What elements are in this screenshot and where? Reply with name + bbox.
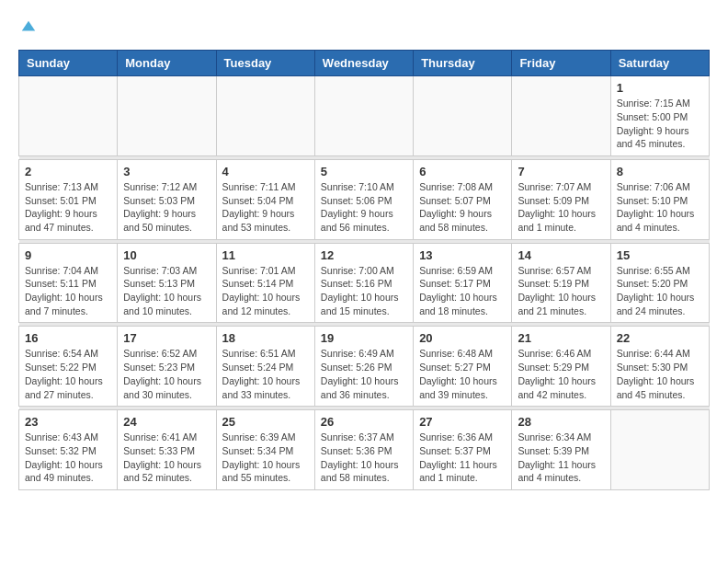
calendar-day-cell [414, 76, 512, 156]
calendar-day-cell: 26Sunrise: 6:37 AM Sunset: 5:36 PM Dayli… [314, 410, 413, 490]
calendar-week-row: 9Sunrise: 7:04 AM Sunset: 5:11 PM Daylig… [19, 243, 710, 323]
calendar-day-header: Monday [118, 51, 216, 76]
day-number: 21 [518, 331, 604, 345]
day-number: 18 [222, 331, 309, 345]
day-info: Sunrise: 7:01 AM Sunset: 5:14 PM Dayligh… [222, 264, 309, 318]
day-number: 9 [25, 248, 111, 262]
day-number: 16 [25, 331, 111, 345]
day-info: Sunrise: 7:11 AM Sunset: 5:04 PM Dayligh… [222, 180, 309, 235]
day-info: Sunrise: 7:04 AM Sunset: 5:11 PM Dayligh… [25, 264, 111, 318]
day-number: 22 [617, 331, 703, 345]
calendar-day-cell: 3Sunrise: 7:12 AM Sunset: 5:03 PM Daylig… [118, 159, 216, 239]
logo [18, 18, 37, 40]
calendar-day-cell: 16Sunrise: 6:54 AM Sunset: 5:22 PM Dayli… [19, 327, 118, 407]
day-number: 2 [25, 165, 111, 178]
calendar-day-header: Sunday [19, 51, 118, 76]
day-number: 19 [321, 331, 407, 345]
calendar-day-header: Saturday [610, 51, 709, 76]
day-info: Sunrise: 6:54 AM Sunset: 5:22 PM Dayligh… [25, 347, 111, 401]
calendar-day-cell: 25Sunrise: 6:39 AM Sunset: 5:34 PM Dayli… [216, 410, 314, 490]
calendar-day-cell [118, 76, 216, 156]
day-info: Sunrise: 6:43 AM Sunset: 5:32 PM Dayligh… [25, 431, 111, 485]
day-number: 10 [123, 248, 210, 262]
day-info: Sunrise: 6:51 AM Sunset: 5:24 PM Dayligh… [222, 347, 309, 401]
calendar-day-cell: 6Sunrise: 7:08 AM Sunset: 5:07 PM Daylig… [414, 159, 512, 239]
day-number: 27 [419, 415, 506, 429]
day-number: 4 [222, 165, 309, 178]
calendar-day-cell: 28Sunrise: 6:34 AM Sunset: 5:39 PM Dayli… [512, 410, 610, 490]
day-number: 25 [222, 415, 309, 429]
day-number: 12 [321, 248, 407, 262]
calendar-day-cell: 10Sunrise: 7:03 AM Sunset: 5:13 PM Dayli… [118, 243, 216, 323]
day-info: Sunrise: 6:55 AM Sunset: 5:20 PM Dayligh… [617, 264, 703, 318]
calendar-day-cell: 24Sunrise: 6:41 AM Sunset: 5:33 PM Dayli… [118, 410, 216, 490]
calendar-day-cell: 1Sunrise: 7:15 AM Sunset: 5:00 PM Daylig… [610, 76, 709, 156]
calendar-header-row: SundayMondayTuesdayWednesdayThursdayFrid… [19, 51, 710, 76]
day-info: Sunrise: 6:34 AM Sunset: 5:39 PM Dayligh… [518, 431, 604, 485]
calendar-day-cell [216, 76, 314, 156]
day-number: 17 [123, 331, 210, 345]
calendar-day-cell: 27Sunrise: 6:36 AM Sunset: 5:37 PM Dayli… [414, 410, 512, 490]
day-info: Sunrise: 7:13 AM Sunset: 5:01 PM Dayligh… [25, 180, 111, 235]
calendar-day-cell: 7Sunrise: 7:07 AM Sunset: 5:09 PM Daylig… [512, 159, 610, 239]
day-number: 26 [321, 415, 407, 429]
calendar-day-cell [19, 76, 118, 156]
day-number: 6 [419, 165, 506, 178]
calendar-week-row: 23Sunrise: 6:43 AM Sunset: 5:32 PM Dayli… [19, 410, 710, 490]
day-number: 7 [518, 165, 604, 178]
calendar-day-cell: 17Sunrise: 6:52 AM Sunset: 5:23 PM Dayli… [118, 327, 216, 407]
logo-icon [20, 19, 37, 36]
calendar-day-cell: 15Sunrise: 6:55 AM Sunset: 5:20 PM Dayli… [610, 243, 709, 323]
day-info: Sunrise: 6:39 AM Sunset: 5:34 PM Dayligh… [222, 431, 309, 485]
day-info: Sunrise: 6:37 AM Sunset: 5:36 PM Dayligh… [321, 431, 407, 485]
day-info: Sunrise: 6:48 AM Sunset: 5:27 PM Dayligh… [419, 347, 506, 401]
day-info: Sunrise: 7:06 AM Sunset: 5:10 PM Dayligh… [617, 180, 703, 235]
calendar-table: SundayMondayTuesdayWednesdayThursdayFrid… [18, 50, 710, 490]
calendar-day-cell: 5Sunrise: 7:10 AM Sunset: 5:06 PM Daylig… [314, 159, 413, 239]
calendar-day-cell: 11Sunrise: 7:01 AM Sunset: 5:14 PM Dayli… [216, 243, 314, 323]
calendar-day-cell: 13Sunrise: 6:59 AM Sunset: 5:17 PM Dayli… [414, 243, 512, 323]
calendar-day-cell [610, 410, 709, 490]
calendar-day-cell: 8Sunrise: 7:06 AM Sunset: 5:10 PM Daylig… [610, 159, 709, 239]
day-info: Sunrise: 6:57 AM Sunset: 5:19 PM Dayligh… [518, 264, 604, 318]
day-info: Sunrise: 7:15 AM Sunset: 5:00 PM Dayligh… [617, 97, 703, 151]
calendar-day-cell: 21Sunrise: 6:46 AM Sunset: 5:29 PM Dayli… [512, 327, 610, 407]
day-info: Sunrise: 7:12 AM Sunset: 5:03 PM Dayligh… [123, 180, 210, 235]
calendar-week-row: 2Sunrise: 7:13 AM Sunset: 5:01 PM Daylig… [19, 159, 710, 239]
calendar-day-cell [314, 76, 413, 156]
calendar-day-header: Friday [512, 51, 610, 76]
day-info: Sunrise: 6:36 AM Sunset: 5:37 PM Dayligh… [419, 431, 506, 485]
day-number: 23 [25, 415, 111, 429]
calendar-day-cell [512, 76, 610, 156]
day-info: Sunrise: 7:07 AM Sunset: 5:09 PM Dayligh… [518, 180, 604, 235]
day-info: Sunrise: 7:10 AM Sunset: 5:06 PM Dayligh… [321, 180, 407, 235]
page-header [18, 18, 710, 40]
day-info: Sunrise: 6:44 AM Sunset: 5:30 PM Dayligh… [617, 347, 703, 401]
day-number: 20 [419, 331, 506, 345]
day-info: Sunrise: 6:46 AM Sunset: 5:29 PM Dayligh… [518, 347, 604, 401]
calendar-day-cell: 20Sunrise: 6:48 AM Sunset: 5:27 PM Dayli… [414, 327, 512, 407]
day-info: Sunrise: 7:08 AM Sunset: 5:07 PM Dayligh… [419, 180, 506, 235]
day-number: 28 [518, 415, 604, 429]
day-info: Sunrise: 6:59 AM Sunset: 5:17 PM Dayligh… [419, 264, 506, 318]
calendar-week-row: 1Sunrise: 7:15 AM Sunset: 5:00 PM Daylig… [19, 76, 710, 156]
calendar-day-cell: 18Sunrise: 6:51 AM Sunset: 5:24 PM Dayli… [216, 327, 314, 407]
calendar-day-header: Wednesday [314, 51, 413, 76]
day-info: Sunrise: 6:49 AM Sunset: 5:26 PM Dayligh… [321, 347, 407, 401]
day-number: 1 [617, 81, 703, 95]
day-number: 11 [222, 248, 309, 262]
day-number: 14 [518, 248, 604, 262]
calendar-day-cell: 12Sunrise: 7:00 AM Sunset: 5:16 PM Dayli… [314, 243, 413, 323]
day-info: Sunrise: 7:03 AM Sunset: 5:13 PM Dayligh… [123, 264, 210, 318]
calendar-day-cell: 19Sunrise: 6:49 AM Sunset: 5:26 PM Dayli… [314, 327, 413, 407]
calendar-day-cell: 14Sunrise: 6:57 AM Sunset: 5:19 PM Dayli… [512, 243, 610, 323]
calendar-day-cell: 9Sunrise: 7:04 AM Sunset: 5:11 PM Daylig… [19, 243, 118, 323]
day-number: 5 [321, 165, 407, 178]
calendar-day-header: Thursday [414, 51, 512, 76]
calendar-day-header: Tuesday [216, 51, 314, 76]
calendar-day-cell: 23Sunrise: 6:43 AM Sunset: 5:32 PM Dayli… [19, 410, 118, 490]
day-number: 8 [617, 165, 703, 178]
day-number: 15 [617, 248, 703, 262]
day-info: Sunrise: 6:52 AM Sunset: 5:23 PM Dayligh… [123, 347, 210, 401]
calendar-day-cell: 2Sunrise: 7:13 AM Sunset: 5:01 PM Daylig… [19, 159, 118, 239]
